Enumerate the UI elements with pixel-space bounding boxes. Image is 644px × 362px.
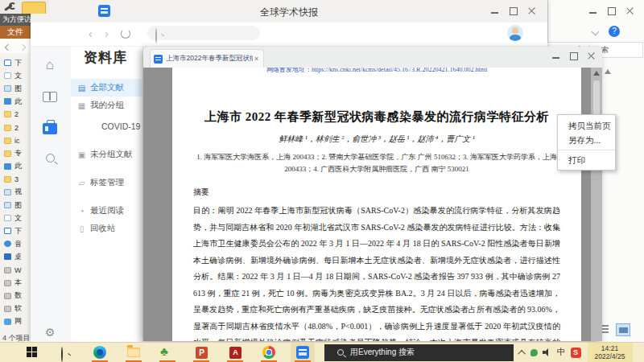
tree-item-label: 数: [14, 290, 22, 301]
everything-search-box[interactable]: 用Everything 搜索: [324, 344, 514, 361]
tree-item-icon: [4, 163, 11, 170]
taskbar-clover-app-button[interactable]: ♣: [155, 343, 180, 362]
tree-item-icon: [4, 306, 11, 312]
tree-item-icon: [4, 202, 11, 208]
scrollbar-up-icon[interactable]: [605, 69, 611, 74]
paper-authors: 鲜林峰 ¹，林剑生 ²，俞世冲 ³，赵岳 ¹，赵沛 ⁴，曹广文 ¹: [172, 134, 581, 145]
viewer-titlebar: 上海市2022年春季新型冠状病... ×: [143, 47, 602, 68]
close-icon[interactable]: [625, 6, 634, 15]
sidebar-item[interactable]: ▱ 标签管理: [71, 174, 143, 191]
context-menu-item[interactable]: 另存为...: [558, 133, 615, 147]
taskbar-explorer-button[interactable]: [122, 343, 146, 362]
right-window-controls: [588, 6, 634, 15]
paper-title: 上海市 2022 年春季新型冠状病毒感染暴发的流行病学特征分析: [172, 109, 581, 125]
taskbar-edge-button[interactable]: [88, 343, 112, 362]
home-icon[interactable]: ⌂: [41, 56, 59, 74]
cnki-window-title: 全球学术快报: [31, 6, 547, 19]
system-tray: 中 S 14:21 2022/4/25: [520, 343, 633, 362]
tree-item-label: 下: [14, 226, 22, 237]
tree-item-icon: [4, 85, 11, 92]
tree-item-icon: [4, 253, 11, 260]
subscribe-book-icon[interactable]: [41, 88, 59, 106]
page-view-icon[interactable]: [616, 323, 630, 336]
sidebar-item-icon: ▦: [77, 101, 86, 110]
tree-item-label: 本: [14, 278, 22, 288]
tree-item-label: 专: [14, 148, 22, 158]
document-url-line[interactable]: 网络首发地址：https://kns.cnki.net/kcms/detail/…: [172, 68, 581, 74]
tree-item-icon: [4, 215, 11, 221]
yellow-tab[interactable]: [22, 2, 46, 14]
tree-item-icon: [4, 98, 11, 105]
chrome-icon: [262, 346, 275, 359]
wrench-icon[interactable]: [3, 2, 13, 11]
tree-item-label: 桌: [14, 252, 22, 262]
tree-item-icon: [4, 319, 11, 325]
tree-item-label: 2: [14, 110, 19, 118]
taskbar-search-button[interactable]: [54, 343, 78, 362]
sidebar-item-icon: ▯: [77, 224, 86, 233]
tree-item-icon: [4, 280, 11, 286]
minimize-icon[interactable]: [490, 6, 499, 15]
tree-item-label: 视: [14, 187, 22, 197]
powerpoint-icon: P: [196, 347, 208, 359]
refresh-icon[interactable]: [121, 29, 130, 39]
sogou-input-icon[interactable]: S: [571, 348, 581, 358]
chevron-down-icon[interactable]: [592, 28, 600, 36]
tree-item-label: 此: [14, 97, 22, 107]
taskbar-cnki-button[interactable]: [291, 343, 315, 362]
taskbar-chrome-button[interactable]: [257, 343, 281, 362]
ime-indicator[interactable]: 中: [557, 347, 566, 358]
document-tab[interactable]: 上海市2022年春季新型冠状病... ×: [150, 49, 264, 68]
tree-item-label: 2: [14, 124, 19, 132]
rail-search-icon[interactable]: [41, 150, 59, 167]
sidebar-item[interactable]: ◔ 最近阅读: [71, 202, 143, 220]
tab-close-icon[interactable]: ×: [254, 55, 258, 63]
close-icon[interactable]: [527, 6, 536, 15]
tree-item-label: 网: [14, 316, 22, 327]
tray-time: 14:21: [601, 344, 618, 352]
taskbar-clock[interactable]: 14:21 2022/4/25: [588, 343, 633, 362]
context-menu-item[interactable]: 拷贝当前页: [558, 118, 615, 133]
search-icon: [61, 348, 63, 362]
sidebar-item[interactable]: ▣ 未分组文献: [71, 146, 143, 163]
app-search-input[interactable]: [147, 26, 260, 40]
scrollbar-up-icon[interactable]: [593, 71, 600, 76]
minimize-icon[interactable]: [588, 6, 597, 15]
sidebar-item[interactable]: ▤ 全部文献: [71, 79, 143, 97]
taskbar-powerpoint-button[interactable]: P: [189, 343, 213, 362]
tree-item-icon: [4, 111, 11, 117]
everything-search-text: 用Everything 搜索: [350, 347, 415, 358]
context-menu-item[interactable]: 打印: [558, 150, 615, 167]
help-icon[interactable]: ?: [609, 26, 620, 37]
settings-gear-icon[interactable]: ⚙: [41, 323, 59, 341]
sidebar-item[interactable]: ▦ 我的分组: [71, 97, 143, 114]
volume-icon[interactable]: [543, 348, 552, 356]
tray-green-app-icon[interactable]: [530, 349, 538, 356]
library-briefcase-icon[interactable]: [41, 117, 59, 135]
close-icon[interactable]: [587, 51, 596, 60]
desktop: 为方便访问 文件 下 文 图: [0, 0, 644, 362]
sidebar-item[interactable]: ▯ 回收站: [71, 220, 143, 237]
maximize-icon[interactable]: [569, 51, 578, 60]
maximize-icon[interactable]: [509, 6, 518, 15]
document-viewer-window: 上海市2022年春季新型冠状病... × 网络首发地址：https://kns.…: [143, 47, 602, 341]
user-avatar[interactable]: [507, 25, 523, 41]
taskbar-acrobat-button[interactable]: A: [223, 343, 247, 362]
tray-date: 2022/4/25: [595, 352, 625, 360]
viewer-scrollbar[interactable]: [591, 68, 602, 341]
paper-affiliations: 1. 海军军医大学海医系，上海 200433；2. 暨南大学基础医学院，广东 广…: [195, 151, 559, 175]
viewer-window-controls: [551, 51, 596, 60]
minimize-icon[interactable]: [551, 51, 560, 60]
explorer-file-menu[interactable]: 文件: [0, 26, 31, 39]
start-button[interactable]: [20, 343, 44, 362]
abstract-label: 摘要: [193, 187, 560, 198]
forward-arrow-icon[interactable]: [19, 44, 26, 51]
nav-forward-icon[interactable]: ›: [105, 27, 109, 40]
nav-back-icon[interactable]: ‹: [89, 27, 93, 40]
restore-icon[interactable]: [607, 6, 616, 15]
tree-item-label: 图: [14, 84, 22, 94]
hidden-icons-chevron[interactable]: [518, 349, 526, 357]
document-tab-title: 上海市2022年春季新型冠状病...: [166, 54, 253, 64]
back-arrow-icon[interactable]: [5, 44, 11, 51]
sidebar-item[interactable]: COVID-19: [71, 117, 143, 135]
